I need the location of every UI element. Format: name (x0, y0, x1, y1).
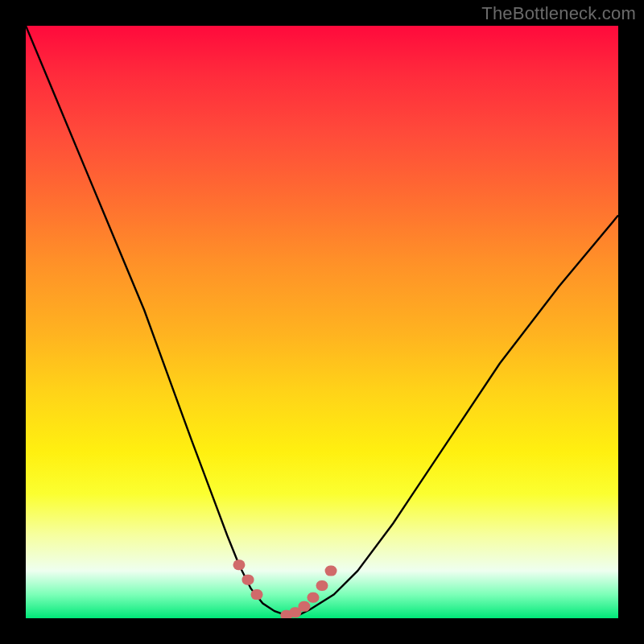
frame: TheBottleneck.com (0, 0, 644, 644)
plot-area (26, 26, 618, 618)
curve-layer (26, 26, 618, 618)
bottleneck-curve (26, 26, 618, 615)
attribution-label: TheBottleneck.com (481, 3, 636, 24)
